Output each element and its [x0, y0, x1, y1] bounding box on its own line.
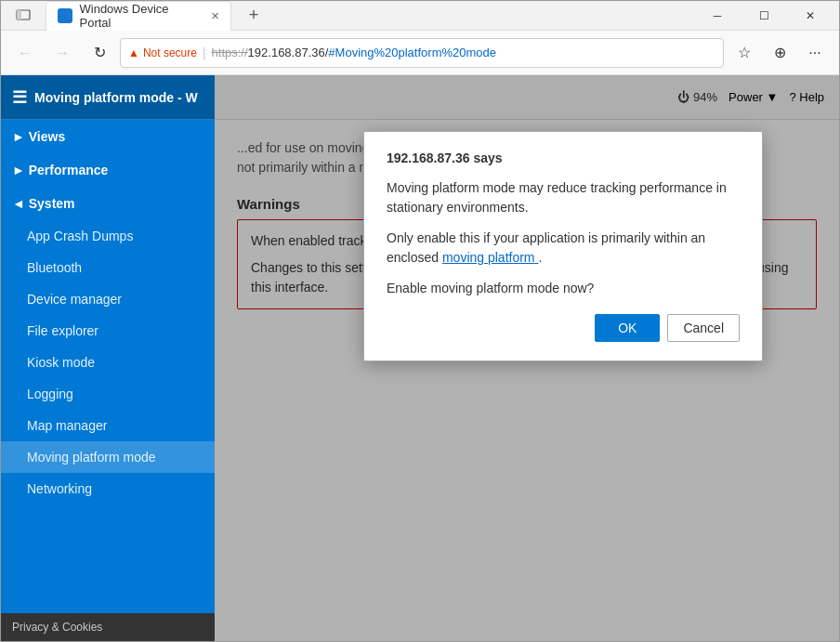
sidebar-section-views: ► Views: [1, 120, 215, 153]
sidebar-section-performance-header[interactable]: ► Performance: [1, 153, 215, 187]
close-button[interactable]: ✕: [789, 1, 832, 31]
not-secure-label: Not secure: [143, 46, 197, 59]
sidebar-item-kiosk-mode[interactable]: Kiosk mode: [1, 347, 215, 378]
sidebar-footer: Privacy & Cookies: [1, 613, 215, 641]
sidebar-item-bluetooth[interactable]: Bluetooth: [1, 252, 215, 283]
sidebar-item-file-explorer[interactable]: File explorer: [1, 315, 215, 347]
sidebar-item-app-crash-dumps[interactable]: App Crash Dumps: [1, 220, 215, 252]
sidebar-section-performance: ► Performance: [1, 153, 215, 187]
sidebar-item-logging[interactable]: Logging: [1, 378, 215, 410]
url-host: 192.168.87.36/#Moving%20platform%20mode: [248, 46, 496, 59]
main-content: ⏻ 94% Power ▼ ? Help ...ed for use on mo…: [215, 75, 839, 641]
browser-tab[interactable]: Windows Device Portal ✕: [46, 1, 231, 31]
nav-bar: ← → ↻ ▲ Not secure | https://192.168.87.…: [1, 31, 839, 75]
sidebar: ☰ Moving platform mode - W ► Views ► Per…: [1, 75, 215, 641]
sidebar-section-system: ◄ System App Crash Dumps Bluetooth Devic…: [1, 187, 215, 504]
dialog-body: Moving platform mode may reduce tracking…: [387, 178, 740, 268]
dialog: 192.168.87.36 says Moving platform mode …: [363, 131, 763, 361]
minimize-button[interactable]: ─: [696, 1, 739, 31]
browser-window: Windows Device Portal ✕ + ─ ☐ ✕ ← → ↻ ▲ …: [0, 0, 840, 642]
dialog-cancel-button[interactable]: Cancel: [667, 314, 740, 342]
sidebar-item-device-manager[interactable]: Device manager: [1, 283, 215, 315]
sidebar-item-moving-platform-mode[interactable]: Moving platform mode: [1, 441, 215, 473]
url-prefix: https://: [212, 46, 248, 59]
title-bar: Windows Device Portal ✕ + ─ ☐ ✕: [1, 1, 839, 31]
not-secure-indicator: ▲ Not secure: [128, 46, 197, 59]
sidebar-section-system-header[interactable]: ◄ System: [1, 187, 215, 220]
forward-button[interactable]: →: [46, 36, 79, 70]
sidebar-title: Moving platform mode - W: [34, 90, 198, 105]
collections-button[interactable]: ⊕: [763, 36, 796, 70]
new-tab-button[interactable]: +: [239, 1, 269, 31]
refresh-button[interactable]: ↻: [83, 36, 116, 70]
dialog-body-text-2: Only enable this if your application is …: [387, 229, 740, 268]
sidebar-menu-icon[interactable]: ☰: [12, 87, 27, 108]
tab-favicon: [58, 8, 72, 23]
sidebar-item-map-manager[interactable]: Map manager: [1, 410, 215, 441]
url-separator: |: [203, 46, 206, 60]
window-controls: ─ ☐ ✕: [696, 1, 832, 31]
dialog-body-text-1: Moving platform mode may reduce tracking…: [387, 178, 740, 217]
sidebar-toggle-icon[interactable]: [8, 1, 38, 31]
svg-rect-1: [17, 10, 21, 20]
tab-title: Windows Device Portal: [80, 2, 201, 30]
browser-content: ☰ Moving platform mode - W ► Views ► Per…: [1, 75, 839, 641]
dialog-link[interactable]: moving platform: [442, 250, 538, 265]
more-button[interactable]: ···: [798, 36, 832, 70]
dialog-question: Enable moving platform mode now?: [387, 281, 740, 295]
favorites-button[interactable]: ☆: [728, 36, 761, 70]
dialog-ok-button[interactable]: OK: [595, 314, 660, 342]
sidebar-header: ☰ Moving platform mode - W: [1, 75, 215, 120]
sidebar-item-networking[interactable]: Networking: [1, 473, 215, 504]
warning-icon: ▲: [128, 46, 139, 59]
back-button[interactable]: ←: [8, 36, 42, 70]
dialog-buttons: OK Cancel: [387, 314, 740, 342]
sidebar-section-views-header[interactable]: ► Views: [1, 120, 215, 153]
url-display: https://192.168.87.36/#Moving%20platform…: [212, 46, 496, 59]
dialog-title: 192.168.87.36 says: [387, 151, 740, 165]
nav-action-buttons: ☆ ⊕ ···: [728, 36, 832, 70]
maximize-button[interactable]: ☐: [742, 1, 785, 31]
address-bar[interactable]: ▲ Not secure | https://192.168.87.36/#Mo…: [120, 38, 724, 68]
tab-close-button[interactable]: ✕: [211, 10, 219, 22]
dialog-overlay: 192.168.87.36 says Moving platform mode …: [215, 75, 839, 641]
